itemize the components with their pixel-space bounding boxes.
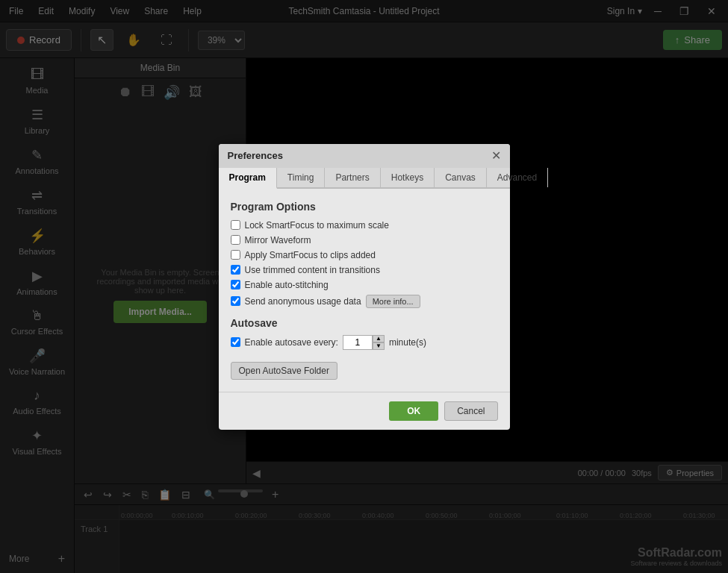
tab-advanced[interactable]: Advanced	[487, 168, 548, 187]
checkbox-label-trimmed-content: Use trimmed content in transitions	[245, 265, 380, 275]
autosave-spinner: ▲ ▼	[343, 335, 385, 350]
checkbox-mirror-waveform[interactable]	[231, 235, 240, 245]
autosave-checkbox-label: Enable autosave every:	[245, 337, 338, 348]
open-autosave-row: Open AutoSave Folder	[231, 356, 498, 380]
dialog-titlebar: Preferences ✕	[219, 144, 510, 168]
dialog-body: Program Options Lock SmartFocus to maxim…	[219, 189, 510, 392]
ok-button[interactable]: OK	[389, 401, 438, 421]
checkbox-anonymous-usage[interactable]	[231, 296, 240, 306]
tab-timing[interactable]: Timing	[277, 168, 326, 187]
checkbox-smartfocus-clips[interactable]	[231, 250, 240, 260]
autosave-unit-label: minute(s)	[389, 337, 426, 348]
open-autosave-button[interactable]: Open AutoSave Folder	[231, 362, 337, 380]
dialog-close-button[interactable]: ✕	[491, 150, 501, 162]
autosave-spinners: ▲ ▼	[373, 335, 385, 350]
autosave-value-input[interactable]	[343, 335, 373, 350]
autosave-title: Autosave	[231, 317, 498, 329]
autosave-spin-up[interactable]: ▲	[373, 335, 385, 342]
checkbox-label-auto-stitching: Enable auto-stitching	[245, 280, 329, 290]
tab-hotkeys[interactable]: Hotkeys	[381, 168, 435, 187]
checkbox-row-0: Lock SmartFocus to maximum scale	[231, 220, 498, 231]
cancel-button[interactable]: Cancel	[444, 401, 497, 421]
autosave-section: Autosave Enable autosave every: ▲ ▼ minu…	[231, 317, 498, 380]
checkbox-label-mirror-waveform: Mirror Waveform	[245, 235, 311, 245]
checkbox-row-1: Mirror Waveform	[231, 235, 498, 245]
tab-partners[interactable]: Partners	[325, 168, 380, 187]
tab-canvas[interactable]: Canvas	[435, 168, 487, 187]
checkbox-row-3: Use trimmed content in transitions	[231, 265, 498, 275]
checkbox-row-4: Enable auto-stitching	[231, 280, 498, 290]
preferences-dialog: Preferences ✕ Program Timing Partners Ho…	[219, 144, 510, 430]
program-options-title: Program Options	[231, 201, 498, 213]
checkbox-label-anonymous-usage: Send anonymous usage data	[245, 296, 361, 307]
dialog-tabs: Program Timing Partners Hotkeys Canvas A…	[219, 168, 510, 189]
autosave-enable-checkbox[interactable]	[231, 337, 240, 347]
tab-program[interactable]: Program	[219, 168, 277, 189]
checkbox-label-smartfocus-scale: Lock SmartFocus to maximum scale	[245, 220, 389, 231]
autosave-row: Enable autosave every: ▲ ▼ minute(s)	[231, 335, 498, 350]
checkbox-smartfocus-scale[interactable]	[231, 220, 240, 230]
dialog-title: Preferences	[228, 150, 283, 161]
checkbox-row-2: Apply SmartFocus to clips added	[231, 250, 498, 260]
dialog-footer: OK Cancel	[219, 392, 510, 430]
autosave-spin-down[interactable]: ▼	[373, 342, 385, 350]
checkbox-auto-stitching[interactable]	[231, 280, 240, 289]
checkbox-trimmed-content[interactable]	[231, 265, 240, 275]
preferences-overlay: Preferences ✕ Program Timing Partners Ho…	[0, 0, 728, 573]
checkbox-row-5: Send anonymous usage data More info...	[231, 295, 498, 308]
more-info-button[interactable]: More info...	[366, 295, 420, 308]
checkbox-label-smartfocus-clips: Apply SmartFocus to clips added	[245, 250, 376, 260]
